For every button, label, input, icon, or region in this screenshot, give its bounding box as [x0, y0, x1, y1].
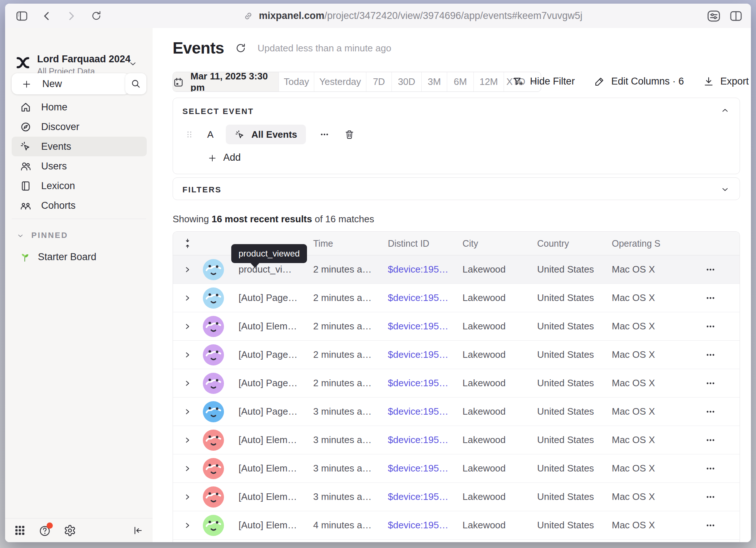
apps-grid-icon[interactable] [14, 524, 26, 536]
row-expand-chevron-icon[interactable] [177, 265, 197, 274]
forward-icon[interactable] [63, 8, 79, 24]
help-icon[interactable] [38, 524, 51, 537]
event-country: United States [528, 520, 603, 531]
table-row[interactable]: [Auto] Page… 2 minutes a… $device:195… L… [173, 284, 740, 312]
event-selector-pill[interactable]: All Events [226, 125, 306, 144]
row-actions-icon[interactable] [681, 463, 740, 474]
event-tooltip: product_viewed [231, 244, 307, 263]
split-view-icon[interactable] [729, 9, 743, 23]
sidebar-item-home[interactable]: Home [12, 97, 147, 117]
table-row[interactable]: [Auto] Elem… 3 minutes a… $device:195… L… [173, 426, 740, 454]
table-row[interactable]: [Auto] Elem… 3 minutes a… $device:195… L… [173, 454, 740, 483]
date-picker-current[interactable]: Mar 11, 2025 3:30 pm [173, 72, 279, 91]
row-actions-icon[interactable] [681, 292, 740, 304]
chevron-up-icon[interactable] [720, 105, 730, 116]
chevron-down-icon [16, 231, 25, 240]
distinct-id-link[interactable]: $device:195… [379, 406, 453, 417]
add-event-button[interactable]: Add [207, 152, 241, 163]
collapse-sidebar-icon[interactable] [132, 525, 144, 536]
distinct-id-link[interactable]: $device:195… [379, 292, 453, 304]
row-expand-chevron-icon[interactable] [177, 464, 197, 473]
date-preset-yesterday[interactable]: Yesterday [314, 72, 366, 91]
sidebar-item-lexicon[interactable]: Lexicon [12, 176, 147, 196]
row-actions-icon[interactable] [681, 377, 740, 389]
distinct-id-link[interactable]: $device:195… [379, 264, 453, 275]
row-actions-icon[interactable] [681, 434, 740, 446]
table-row[interactable]: [Auto] Elem… 4 minutes a… $device:195… L… [173, 511, 740, 540]
drag-handle-icon[interactable] [184, 129, 195, 140]
row-expand-chevron-icon[interactable] [177, 407, 197, 416]
export-button[interactable]: Export [703, 75, 749, 87]
row-expand-chevron-icon[interactable] [177, 492, 197, 502]
table-row[interactable]: [Auto] Page… 2 minutes a… $device:195… L… [173, 341, 740, 369]
trash-icon[interactable] [344, 129, 355, 140]
distinct-id-link[interactable]: $device:195… [379, 520, 453, 531]
distinct-id-link[interactable]: $device:195… [379, 321, 453, 332]
row-expand-chevron-icon[interactable] [177, 350, 197, 360]
reload-icon[interactable] [88, 8, 104, 24]
new-button[interactable]: New [12, 73, 130, 94]
search-button[interactable] [125, 73, 146, 94]
column-header-time[interactable]: Time [304, 238, 379, 249]
pinned-section-header[interactable]: PINNED [16, 231, 68, 240]
sidebar-item-events[interactable]: Events [12, 137, 147, 156]
more-options-icon[interactable] [319, 129, 330, 140]
download-icon [703, 75, 714, 87]
date-preset-today[interactable]: Today [279, 72, 314, 91]
event-os: Mac OS X [603, 349, 681, 360]
address-bar[interactable]: mixpanel.com/project/3472420/view/397469… [243, 4, 583, 28]
event-city: Lakewood [453, 377, 528, 389]
table-row[interactable]: [Auto] Page… 3 minutes a… $device:195… L… [173, 398, 740, 426]
date-preset-7d[interactable]: 7D [366, 72, 391, 91]
row-expand-chevron-icon[interactable] [177, 379, 197, 388]
event-time: 3 minutes a… [304, 463, 379, 474]
event-country: United States [528, 292, 603, 304]
lexicon-icon [20, 180, 32, 192]
date-preset-12m[interactable]: 12M [473, 72, 504, 91]
distinct-id-link[interactable]: $device:195… [379, 434, 453, 446]
table-row[interactable]: [Auto] Elem… 3 minutes a… $device:195… L… [173, 483, 740, 511]
date-preset-3m[interactable]: 3M [421, 72, 447, 91]
browser-sidebar-toggle-icon[interactable] [14, 8, 30, 24]
row-actions-icon[interactable] [681, 406, 740, 418]
collapse-rows-icon[interactable] [177, 238, 197, 249]
project-switcher[interactable]: Lord Farquaad 2024 All Project Data [5, 39, 153, 73]
sidebar-item-users[interactable]: Users [12, 156, 147, 176]
link-icon [243, 10, 254, 22]
row-expand-chevron-icon[interactable] [177, 435, 197, 445]
distinct-id-link[interactable]: $device:195… [379, 377, 453, 389]
page-settings-icon[interactable] [706, 9, 721, 23]
row-expand-chevron-icon[interactable] [177, 293, 197, 303]
date-preset-30d[interactable]: 30D [391, 72, 421, 91]
column-header-distinct-id[interactable]: Distinct ID [379, 238, 453, 249]
sidebar-item-discover[interactable]: Discover [12, 117, 147, 137]
chevron-down-icon[interactable] [720, 184, 730, 195]
refresh-icon[interactable] [235, 42, 247, 54]
hide-filter-button[interactable]: Hide Filter [512, 75, 575, 87]
users-icon [20, 160, 32, 172]
row-actions-icon[interactable] [681, 491, 740, 503]
row-actions-icon[interactable] [681, 264, 740, 275]
distinct-id-link[interactable]: $device:195… [379, 349, 453, 360]
date-preset-6m[interactable]: 6M [447, 72, 473, 91]
column-header-operating-system[interactable]: Operating S [603, 238, 681, 249]
row-expand-chevron-icon[interactable] [177, 322, 197, 331]
table-row[interactable]: [Auto] Page… 2 minutes a… $device:195… L… [173, 369, 740, 398]
table-row[interactable] [173, 540, 740, 542]
event-os: Mac OS X [603, 264, 681, 275]
row-actions-icon[interactable] [681, 520, 740, 531]
row-actions-icon[interactable] [681, 321, 740, 332]
row-actions-icon[interactable] [681, 349, 740, 361]
distinct-id-link[interactable]: $device:195… [379, 463, 453, 474]
table-row[interactable]: [Auto] Elem… 2 minutes a… $device:195… L… [173, 312, 740, 341]
column-header-country[interactable]: Country [528, 238, 603, 249]
gear-icon[interactable] [64, 524, 76, 537]
edit-columns-button[interactable]: Edit Columns · 6 [594, 75, 684, 87]
distinct-id-link[interactable]: $device:195… [379, 491, 453, 502]
back-icon[interactable] [39, 8, 55, 24]
user-avatar [203, 373, 224, 394]
row-expand-chevron-icon[interactable] [177, 521, 197, 530]
sidebar-item-cohorts[interactable]: Cohorts [12, 196, 147, 215]
column-header-city[interactable]: City [453, 238, 528, 249]
sidebar-item-starter-board[interactable]: Starter Board [19, 251, 97, 263]
